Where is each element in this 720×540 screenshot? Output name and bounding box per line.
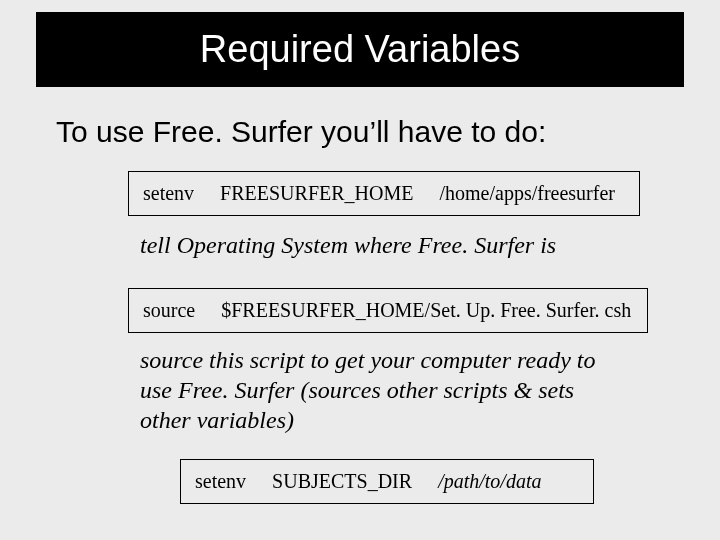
code-box-source: source $FREESURFER_HOME/Set. Up. Free. S… [128,288,648,333]
caption-os: tell Operating System where Free. Surfer… [140,230,600,260]
code-box-subjects-dir: setenv SUBJECTS_DIR /path/to/data [180,459,594,504]
var-subjects-dir: SUBJECTS_DIR [272,470,412,493]
code-box-setenv-home: setenv FREESURFER_HOME /home/apps/freesu… [128,171,640,216]
cmd-source: source [143,299,195,322]
page-title: Required Variables [200,28,520,70]
title-bar: Required Variables [36,12,684,87]
subtitle: To use Free. Surfer you’ll have to do: [56,115,720,149]
cmd-setenv: setenv [143,182,194,205]
caption-source: source this script to get your computer … [140,345,600,435]
val-path-to-data: /path/to/data [438,470,541,493]
val-home-path: /home/apps/freesurfer [439,182,614,205]
cmd-setenv2: setenv [195,470,246,493]
val-source-script: $FREESURFER_HOME/Set. Up. Free. Surfer. … [221,299,631,322]
var-freesurfer-home: FREESURFER_HOME [220,182,413,205]
